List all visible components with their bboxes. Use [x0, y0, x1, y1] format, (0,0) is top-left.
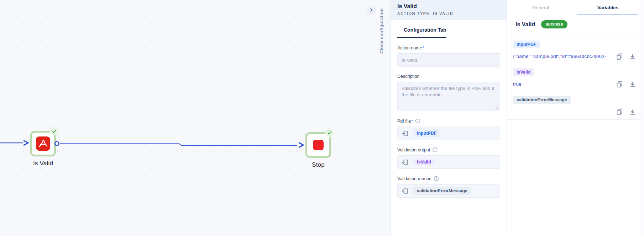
window-edge — [642, 0, 644, 236]
flow-edges — [0, 0, 391, 236]
config-title: Is Valid — [397, 3, 500, 10]
adobe-pdf-icon — [36, 136, 50, 151]
action-name-input[interactable] — [397, 53, 500, 67]
download-icon — [629, 109, 636, 115]
validation-output-label: Validation output — [397, 147, 500, 152]
flow-canvas[interactable]: Is Valid Stop Close configuration — [0, 0, 391, 236]
copy-icon — [616, 81, 623, 87]
action-name-label: Action name* — [397, 45, 500, 50]
variable-value: true — [513, 81, 610, 87]
run-action-title: Is Valid — [515, 21, 535, 28]
info-icon[interactable] — [432, 147, 438, 152]
run-details-panel: General Variables Is Valid success input… — [507, 0, 642, 236]
config-header: Is Valid ACTION TYPE: IS VALID — [391, 0, 507, 20]
collapse-panel-button[interactable] — [367, 5, 376, 15]
download-icon — [629, 53, 636, 60]
variable-row: inputPDF {"name":"sample.pdf","id":"966a… — [507, 33, 642, 64]
status-badge: success — [541, 20, 567, 28]
workflow-app: Is Valid Stop Close configuration Is Val… — [0, 0, 644, 236]
variable-row: isValid true — [507, 64, 642, 92]
close-configuration-link[interactable]: Close configuration — [379, 8, 384, 54]
success-check-icon — [325, 128, 334, 137]
pdf-file-label: Pdf file* — [397, 118, 500, 124]
download-icon — [629, 81, 636, 87]
validation-output-field[interactable]: isValid — [397, 155, 500, 169]
node-label: Stop — [291, 161, 345, 168]
node-output-port[interactable] — [54, 141, 59, 146]
variable-row: validationErrorMessage — [507, 92, 642, 120]
copy-button[interactable] — [616, 53, 623, 60]
variable-name-chip[interactable]: isValid — [513, 68, 534, 76]
variable-in-icon — [401, 130, 409, 137]
stop-square-icon — [313, 139, 324, 151]
node-label: Is Valid — [16, 160, 70, 167]
validation-reason-label: Validation reason — [397, 176, 500, 181]
success-check-icon — [50, 127, 58, 135]
variable-value — [513, 109, 610, 115]
validation-reason-field[interactable]: validationErrorMessage — [397, 184, 500, 198]
copy-button[interactable] — [616, 108, 623, 115]
info-icon[interactable] — [415, 118, 420, 124]
config-form: Action name* Description Pdf file* — [391, 38, 507, 198]
copy-icon — [616, 108, 623, 115]
run-details-tabs: General Variables — [507, 0, 642, 15]
configuration-panel: Is Valid ACTION TYPE: IS VALID Configura… — [391, 0, 507, 236]
variable-out-icon — [401, 187, 409, 195]
download-button[interactable] — [629, 81, 636, 87]
download-button[interactable] — [629, 53, 636, 60]
variable-name-chip[interactable]: validationErrorMessage — [513, 96, 571, 104]
description-textarea[interactable] — [397, 82, 500, 111]
variable-out-icon — [401, 159, 409, 166]
node-is-valid[interactable]: Is Valid — [30, 131, 56, 156]
validation-reason-variable-chip[interactable]: validationErrorMessage — [413, 187, 471, 195]
config-subtitle: ACTION TYPE: IS VALID — [397, 11, 500, 16]
tab-variables[interactable]: Variables — [574, 0, 642, 15]
variable-name-chip[interactable]: inputPDF — [513, 41, 540, 48]
node-stop[interactable]: Stop — [305, 132, 331, 158]
validation-output-variable-chip[interactable]: isValid — [413, 158, 435, 166]
variable-value: {"name":"sample.pdf","id":"966adcbc-b002… — [513, 54, 610, 59]
pdf-file-field[interactable]: inputPDF — [397, 127, 500, 140]
download-button[interactable] — [629, 109, 636, 115]
copy-icon — [616, 53, 623, 60]
pdf-file-variable-chip[interactable]: inputPDF — [413, 129, 440, 137]
tab-general[interactable]: General — [507, 0, 574, 15]
copy-button[interactable] — [616, 81, 623, 87]
info-icon[interactable] — [434, 176, 439, 181]
chevron-right-icon — [369, 7, 374, 12]
tab-configuration[interactable]: Configuration Tab — [397, 27, 446, 38]
description-label: Description — [397, 74, 500, 79]
